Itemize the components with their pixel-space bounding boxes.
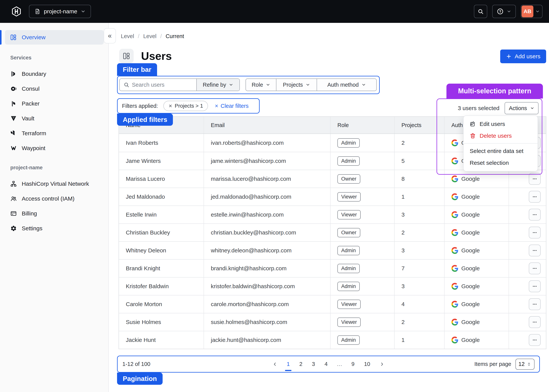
page-button-1[interactable]: 1 bbox=[286, 360, 290, 368]
google-icon bbox=[451, 336, 458, 343]
projects-filter-button[interactable]: Projects bbox=[276, 79, 317, 91]
sidebar-item-waypoint[interactable]: Waypoint bbox=[0, 141, 108, 156]
row-menu-button[interactable] bbox=[529, 262, 541, 274]
sidebar-item-billing[interactable]: Billing bbox=[0, 206, 108, 221]
breadcrumb-level-1[interactable]: Level bbox=[121, 33, 134, 39]
cell-auth: Google bbox=[444, 295, 509, 313]
sidebar-item-boundary[interactable]: Boundary bbox=[0, 66, 108, 81]
account-menu-button[interactable]: AB bbox=[521, 5, 542, 18]
page-button-3[interactable]: 3 bbox=[312, 360, 315, 368]
cell-role: Viewer bbox=[330, 206, 394, 224]
role-filter-button[interactable]: Role bbox=[246, 79, 276, 91]
chevron-down-icon bbox=[535, 9, 540, 14]
row-menu-button[interactable] bbox=[529, 334, 541, 346]
breadcrumb-current: Current bbox=[166, 33, 184, 39]
sidebar-item-hvn[interactable]: HashiCorp Virtual Network bbox=[0, 176, 108, 191]
table-row: Marissa Lucero marissa.lucero@hashicorp.… bbox=[119, 170, 546, 188]
ellipsis-icon bbox=[532, 266, 538, 271]
table-row: Whitney Deleon whitney.deleon@hashicorp.… bbox=[119, 241, 546, 259]
cell-name: Carole Morton bbox=[119, 295, 204, 313]
cell-projects: 4 bbox=[394, 295, 444, 313]
sidebar-collapse-button[interactable]: « bbox=[104, 28, 116, 43]
cell-role: Owner bbox=[330, 170, 394, 188]
sidebar-item-overview[interactable]: Overview bbox=[5, 30, 104, 45]
pagination-range: 1-12 of 100 bbox=[122, 361, 150, 367]
actions-button[interactable]: Actions bbox=[505, 102, 539, 114]
page-button-4[interactable]: 4 bbox=[324, 360, 328, 368]
cell-email: jame.winters@hashicorp.com bbox=[204, 152, 330, 170]
project-switcher[interactable]: project-name bbox=[29, 5, 91, 18]
cell-name: Whitney Deleon bbox=[119, 242, 204, 259]
search-refine-group: Refine by bbox=[119, 78, 240, 91]
cell-actions bbox=[509, 188, 546, 205]
annotation-pagination: Pagination bbox=[117, 373, 163, 385]
users-page-icon bbox=[122, 52, 130, 60]
sidebar-item-access-control[interactable]: Access control (IAM) bbox=[0, 191, 108, 206]
cell-projects: 5 bbox=[394, 152, 444, 170]
search-input[interactable] bbox=[132, 79, 196, 91]
cell-email: whitney.deleon@hashicorp.com bbox=[204, 242, 330, 259]
cell-projects: 8 bbox=[394, 170, 444, 188]
row-menu-button[interactable] bbox=[529, 173, 541, 185]
ellipsis-icon bbox=[532, 176, 538, 182]
row-menu-button[interactable] bbox=[529, 280, 541, 292]
row-menu-button[interactable] bbox=[529, 227, 541, 238]
clear-filters-link[interactable]: Clear filters bbox=[214, 103, 249, 109]
menu-item-select-entire-data-set[interactable]: Select entire data set bbox=[463, 145, 538, 157]
chevron-down-icon bbox=[507, 9, 511, 14]
auth-method-filter-button[interactable]: Auth method bbox=[317, 79, 376, 91]
page-button-2[interactable]: 2 bbox=[299, 360, 303, 368]
cell-email: jackie.hunt@hashicorp.com bbox=[204, 331, 330, 349]
cell-actions bbox=[509, 331, 546, 349]
page-ellipsis: … bbox=[337, 361, 342, 367]
cell-auth: Google bbox=[444, 170, 509, 188]
items-per-page-select[interactable]: 12 bbox=[515, 359, 535, 370]
cell-email: carole.morton@hashicorp.com bbox=[204, 295, 330, 313]
cell-email: ivan.roberts@hashicorp.com bbox=[204, 134, 330, 152]
next-page-button[interactable] bbox=[379, 362, 385, 367]
add-users-button[interactable]: Add users bbox=[500, 49, 546, 63]
refine-by-button[interactable]: Refine by bbox=[196, 79, 239, 91]
sidebar-item-vault[interactable]: Vault bbox=[0, 111, 108, 126]
menu-item-reset-selection[interactable]: Reset selection bbox=[463, 157, 538, 169]
pager: 1 2 3 4 … 9 10 bbox=[272, 360, 385, 368]
cell-projects: 7 bbox=[394, 260, 444, 277]
ellipsis-icon bbox=[532, 212, 538, 217]
cell-projects: 1 bbox=[394, 331, 444, 349]
page-button-9[interactable]: 9 bbox=[351, 360, 355, 368]
dismiss-icon[interactable] bbox=[168, 104, 172, 108]
page-button-10[interactable]: 10 bbox=[364, 360, 371, 368]
prev-page-button[interactable] bbox=[272, 362, 278, 367]
search-icon bbox=[123, 82, 129, 88]
breadcrumb-level-2[interactable]: Level bbox=[143, 33, 156, 39]
row-menu-button[interactable] bbox=[529, 316, 541, 328]
ellipsis-icon bbox=[532, 319, 538, 325]
cell-name: Ivan Roberts bbox=[119, 134, 204, 152]
sidebar-item-terraform[interactable]: Terraform bbox=[0, 126, 108, 141]
chevron-right-icon bbox=[379, 362, 385, 367]
sidebar: Overview Services Boundary Consul Packer… bbox=[0, 23, 109, 392]
row-menu-button[interactable] bbox=[529, 245, 541, 256]
help-menu-button[interactable] bbox=[492, 5, 516, 18]
gear-icon bbox=[10, 225, 17, 232]
table-row: Carole Morton carole.morton@hashicorp.co… bbox=[119, 295, 546, 313]
applied-filters-row: Filters applied: Projects > 1 Clear filt… bbox=[117, 98, 260, 113]
role-badge: Admin bbox=[337, 138, 360, 148]
sidebar-item-consul[interactable]: Consul bbox=[0, 81, 108, 96]
cell-email: jed.maldonado@hashicorp.com bbox=[204, 188, 330, 205]
sidebar-item-packer[interactable]: Packer bbox=[0, 96, 108, 111]
role-badge: Viewer bbox=[337, 192, 361, 202]
table-row: Susie Holmes susie.holmes@hashicorp.com … bbox=[119, 313, 546, 331]
row-menu-button[interactable] bbox=[529, 191, 541, 203]
row-menu-button[interactable] bbox=[529, 298, 541, 310]
menu-item-delete-users[interactable]: Delete users bbox=[463, 130, 538, 142]
cell-role: Viewer bbox=[330, 188, 394, 205]
filter-pill-projects[interactable]: Projects > 1 bbox=[163, 101, 208, 111]
row-menu-button[interactable] bbox=[529, 209, 541, 221]
google-icon bbox=[451, 301, 458, 308]
items-per-page: Items per page 12 bbox=[474, 359, 535, 370]
ellipsis-icon bbox=[532, 194, 538, 200]
sidebar-item-settings[interactable]: Settings bbox=[0, 221, 108, 236]
menu-item-edit-users[interactable]: Edit users bbox=[463, 118, 538, 130]
global-search-button[interactable] bbox=[474, 5, 487, 18]
